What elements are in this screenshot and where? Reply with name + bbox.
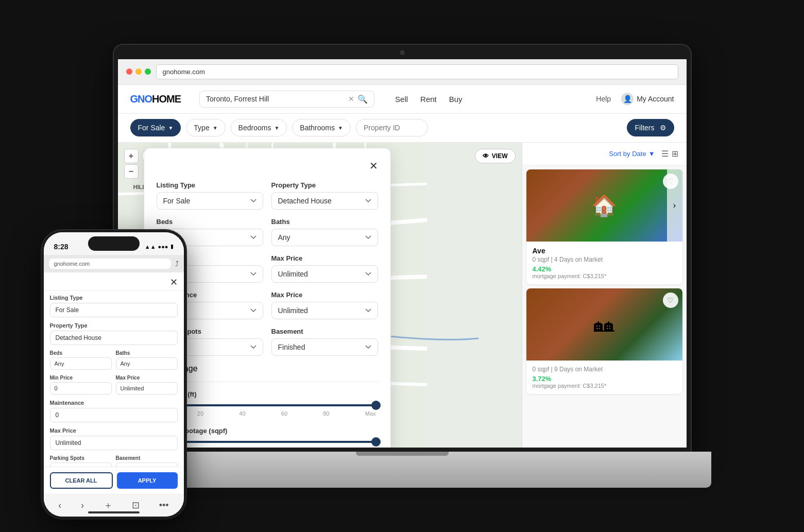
property-title-1: Ave bbox=[533, 247, 676, 255]
map-zoom-in-button[interactable]: + bbox=[124, 149, 139, 163]
grid-view-button[interactable]: ⊞ bbox=[672, 149, 678, 159]
sqft-thumb-right[interactable] bbox=[371, 437, 381, 447]
type-button[interactable]: Type ▼ bbox=[186, 119, 225, 136]
filter-bar: For Sale ▼ Type ▼ Bedrooms ▼ Bathrooms ▼ bbox=[118, 114, 687, 143]
max-price2-select[interactable]: Unlimited bbox=[271, 302, 378, 319]
filter-icon: ⚙ bbox=[660, 124, 666, 132]
property-rate-1: 4.42% bbox=[533, 265, 676, 273]
filter-row-price: Min Price 0 Max Price Unlimited bbox=[157, 254, 378, 283]
phone-listing-type-select[interactable]: For Sale bbox=[50, 303, 178, 317]
signal-icon: ●●● bbox=[158, 244, 168, 250]
account-label: My Account bbox=[637, 95, 674, 103]
phone-max-price-select[interactable]: Unlimited bbox=[116, 382, 178, 394]
phone-beds-select[interactable]: Any bbox=[50, 357, 112, 370]
max-price2-label: Max Price bbox=[271, 291, 378, 299]
filter-row-beds-baths: Beds Any Baths Any bbox=[157, 218, 378, 246]
laptop-shell: GNOHOME ✕ 🔍 Sell Rent Buy Help 👤 My Ac bbox=[93, 45, 711, 488]
phone-property-type-select[interactable]: Detached House bbox=[50, 331, 178, 345]
max-price-select[interactable]: Unlimited bbox=[271, 265, 378, 283]
property-type-select[interactable]: Detached House bbox=[271, 192, 378, 210]
browser-address-bar[interactable] bbox=[156, 64, 678, 79]
sqft-slider[interactable]: 0 800 1.5k 2.5k 3.5k Max bbox=[157, 441, 378, 448]
search-clear-icon[interactable]: ✕ bbox=[348, 95, 354, 103]
phone-forward-button[interactable]: › bbox=[81, 500, 84, 511]
property-favorite-2[interactable]: ♡ bbox=[663, 293, 678, 308]
phone-more-button[interactable]: ••• bbox=[159, 500, 169, 511]
phone-property-type-group: Property Type Detached House bbox=[50, 322, 178, 345]
phone-browser-bar: gnohome.com ⤴ bbox=[44, 255, 184, 272]
nav-sell-link[interactable]: Sell bbox=[395, 95, 408, 104]
laptop-camera bbox=[400, 50, 405, 55]
help-link[interactable]: Help bbox=[596, 95, 611, 103]
phone-parking-label: Parking Spots bbox=[50, 455, 112, 461]
property-nav-arrow[interactable]: › bbox=[667, 169, 682, 242]
phone-min-price-label: Min Price bbox=[50, 375, 112, 381]
map-controls: + − bbox=[124, 149, 139, 179]
lot-label-60: 60 bbox=[281, 410, 287, 417]
list-view-button[interactable]: ☰ bbox=[661, 149, 669, 159]
phone-max-price-col: Max Price Unlimited bbox=[116, 375, 178, 394]
basement-field: Basement Finished bbox=[271, 328, 378, 356]
nav-buy-link[interactable]: Buy bbox=[449, 95, 463, 104]
phone-time: 8:28 bbox=[54, 243, 69, 251]
phone-shell: 8:28 ▲▲ ●●● ▮ gnohome.com ⤴ ✕ bbox=[42, 230, 186, 519]
map-zoom-out-button[interactable]: − bbox=[124, 164, 139, 179]
lot-label-80: 80 bbox=[323, 410, 329, 417]
browser-chrome bbox=[118, 59, 687, 85]
phone-parking-basement-row: Parking Spots 1 Basement Finished bbox=[50, 455, 178, 468]
phone-max-price2-group: Max Price Unlimited bbox=[50, 427, 178, 450]
phone-tabs-button[interactable]: ⊡ bbox=[132, 500, 140, 511]
lot-label-20: 20 bbox=[197, 410, 203, 417]
listing-type-select[interactable]: For Sale bbox=[157, 192, 263, 210]
phone-baths-label: Baths bbox=[116, 350, 178, 356]
bedrooms-button[interactable]: Bedrooms ▼ bbox=[231, 119, 287, 136]
phone-back-button[interactable]: ‹ bbox=[58, 500, 61, 511]
sort-label: Sort by Date bbox=[609, 150, 646, 158]
phone-url-bar[interactable]: gnohome.com bbox=[49, 259, 171, 269]
lot-front-label: Lot Front (ft) bbox=[157, 390, 378, 398]
baths-select[interactable]: Any bbox=[271, 229, 378, 246]
search-input[interactable] bbox=[206, 95, 348, 103]
phone-max-price2-select[interactable]: Unlimited bbox=[50, 436, 178, 450]
sort-by-date-button[interactable]: Sort by Date ▼ bbox=[609, 150, 655, 158]
chevron-down-icon: ▼ bbox=[274, 125, 279, 131]
phone-share-icon[interactable]: ⤴ bbox=[175, 260, 179, 268]
basement-select[interactable]: Finished bbox=[271, 338, 378, 356]
laptop-bezel: GNOHOME ✕ 🔍 Sell Rent Buy Help 👤 My Ac bbox=[114, 45, 691, 452]
for-sale-button[interactable]: For Sale ▼ bbox=[130, 119, 181, 136]
phone-clear-all-button[interactable]: CLEAR ALL bbox=[50, 472, 113, 489]
filter-row-maintenance: Maintenance 0 Max Price Unlimited bbox=[157, 291, 378, 319]
lot-front-slider[interactable]: 0 20 40 60 80 Max bbox=[157, 404, 378, 417]
browser-dot-maximize[interactable] bbox=[145, 68, 151, 75]
phone-new-tab-button[interactable]: ＋ bbox=[104, 499, 113, 511]
phone-close-button[interactable]: ✕ bbox=[170, 277, 178, 288]
phone-notch bbox=[88, 236, 140, 251]
account-menu[interactable]: 👤 My Account bbox=[621, 93, 674, 105]
phone-apply-button[interactable]: APPLY bbox=[117, 472, 178, 489]
phone-status-icons: ▲▲ ●●● ▮ bbox=[145, 243, 174, 250]
lot-front-thumb-right[interactable] bbox=[371, 401, 381, 410]
property-image-1: ♡ 🏠 › bbox=[526, 169, 682, 242]
phone-min-price-select[interactable]: 0 bbox=[50, 382, 112, 394]
phone-filter-body: Listing Type For Sale Property Type Deta… bbox=[44, 290, 184, 468]
property-id-input[interactable] bbox=[356, 119, 428, 136]
phone-baths-select[interactable]: Any bbox=[116, 357, 178, 370]
phone-max-price2-label: Max Price bbox=[50, 427, 178, 434]
browser-dot-close[interactable] bbox=[126, 68, 132, 75]
filters-button[interactable]: Filters ⚙ bbox=[627, 119, 674, 136]
beds-label: Beds bbox=[157, 218, 263, 226]
battery-icon: ▮ bbox=[170, 243, 174, 250]
property-card-2[interactable]: ♡ 🏘 0 sqpf | 9 Days on Market 3.72% mort… bbox=[526, 288, 682, 394]
filter-row-parking-basement: Parking Spots 1 Basement Finished bbox=[157, 328, 378, 356]
filter-panel-close-button[interactable]: ✕ bbox=[369, 161, 378, 171]
phone-maintenance-select[interactable]: 0 bbox=[50, 408, 178, 422]
nav-rent-link[interactable]: Rent bbox=[420, 95, 437, 104]
baths-field: Baths Any bbox=[271, 218, 378, 246]
lot-label-40: 40 bbox=[239, 410, 245, 417]
bathrooms-button[interactable]: Bathrooms ▼ bbox=[292, 119, 351, 136]
laptop-screen: GNOHOME ✕ 🔍 Sell Rent Buy Help 👤 My Ac bbox=[118, 59, 687, 448]
browser-dot-minimize[interactable] bbox=[135, 68, 142, 75]
search-submit-button[interactable]: 🔍 bbox=[357, 94, 368, 104]
property-card-1[interactable]: ♡ 🏠 › Ave 0 sqpf | 4 Days on Market 4.42… bbox=[526, 169, 682, 284]
map-view-button[interactable]: 👁 VIEW bbox=[475, 149, 516, 163]
